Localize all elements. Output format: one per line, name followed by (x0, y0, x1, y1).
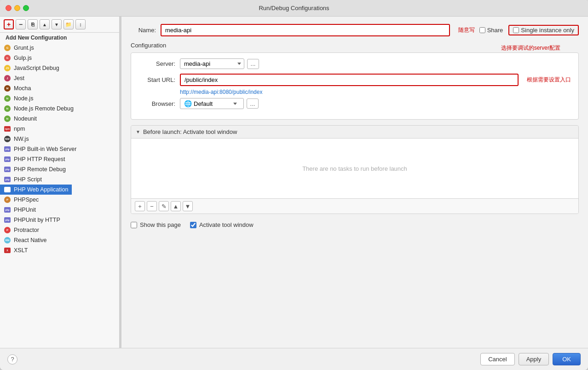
nwjs-icon: NW (4, 135, 11, 143)
config-item-npm[interactable]: npmnpm (0, 124, 119, 134)
url-annotation: 根据需要设置入口 (527, 76, 571, 84)
before-launch-edit-button[interactable]: ✎ (159, 201, 169, 211)
phpspec-label: PHPSpec (14, 197, 39, 203)
server-select[interactable]: media-api (180, 58, 244, 69)
gruntjs-label: Grunt.js (14, 45, 34, 51)
ok-button[interactable]: OK (553, 353, 581, 365)
php-http-request-label: PHP HTTP Request (14, 156, 65, 162)
close-button[interactable] (6, 5, 12, 11)
mocha-label: Mocha (14, 85, 31, 92)
move-up-button[interactable]: ▲ (40, 19, 50, 29)
server-annotation: 选择要调试的server配置 (501, 44, 560, 52)
url-resolved[interactable]: http://media-api:8080/public/index (180, 89, 571, 95)
gulpjs-icon: G (4, 54, 11, 62)
main-content: 点击此处 + − ⎘ ▲ ▼ 📁 ↕ Add New Configuration… (0, 17, 588, 348)
chevron-down-icon: ▼ (136, 129, 140, 134)
sort-button[interactable]: ↕ (75, 19, 86, 29)
config-item-gulpjs[interactable]: GGulp.js (0, 53, 119, 63)
before-launch-down-button[interactable]: ▼ (183, 201, 193, 211)
before-launch-remove-button[interactable]: − (147, 201, 157, 211)
no-tasks-text: There are no tasks to run before launch (302, 165, 407, 172)
config-item-gruntjs[interactable]: GGrunt.js (0, 43, 119, 53)
protractor-label: Protractor (14, 227, 39, 233)
show-page-checkbox[interactable] (131, 222, 137, 228)
xslt-icon: X (4, 247, 11, 254)
config-item-php-remote-debug[interactable]: phpPHP Remote Debug (0, 164, 119, 174)
nodejs-label: Node.js (14, 95, 33, 102)
config-item-javascript-debug[interactable]: JSJavaScript Debug (0, 63, 119, 73)
add-menu-header: Add New Configuration (0, 33, 119, 42)
configuration-section: Configuration 选择要调试的server配置 Server: med… (131, 42, 579, 120)
server-dots-button[interactable]: ... (247, 59, 259, 69)
cancel-button[interactable]: Cancel (480, 353, 514, 365)
share-checkbox[interactable] (479, 27, 485, 33)
minimize-button[interactable] (14, 5, 20, 11)
share-checkbox-label[interactable]: Share (479, 27, 503, 34)
dialog-footer: ? Cancel Apply OK (0, 348, 588, 370)
jest-label: Jest (14, 75, 24, 81)
server-row: Server: media-api ... (138, 58, 571, 69)
browser-select[interactable]: Default (194, 100, 240, 107)
show-page-checkbox-label[interactable]: Show this page (131, 221, 181, 228)
before-launch-header[interactable]: ▼ Before launch: Activate tool window (131, 126, 578, 139)
protractor-icon: P (4, 226, 11, 234)
config-item-phpspec[interactable]: PPHPSpec (0, 195, 119, 205)
config-item-protractor[interactable]: PProtractor (0, 225, 119, 235)
remove-config-button[interactable]: − (16, 19, 26, 29)
maximize-button[interactable] (23, 5, 29, 11)
browser-row: Browser: 🌐 Default ... (138, 98, 571, 109)
before-launch-up-button[interactable]: ▲ (171, 201, 181, 211)
config-item-php-script[interactable]: phpPHP Script (0, 174, 119, 185)
config-section: Server: media-api ... Start URL: (131, 52, 579, 120)
apply-button[interactable]: Apply (519, 353, 549, 365)
start-url-label: Start URL: (138, 76, 175, 83)
nodeunit-icon: N (4, 115, 11, 122)
before-launch-add-button[interactable]: + (135, 201, 145, 211)
name-input[interactable] (161, 24, 450, 36)
config-item-xslt[interactable]: XXSLT (0, 245, 119, 255)
config-section-wrapper: 选择要调试的server配置 Server: media-api ... (131, 52, 579, 120)
jest-icon: J (4, 75, 11, 82)
bottom-checkboxes: Show this page Activate tool window (131, 220, 579, 230)
activate-window-label: Activate tool window (199, 221, 254, 228)
browser-chrome-icon: 🌐 (184, 100, 192, 107)
single-instance-checkbox-label[interactable]: Single instance only (508, 25, 579, 35)
config-item-php-web-app[interactable]: phpPHP Web Application (0, 185, 72, 195)
config-list[interactable]: GGrunt.jsGGulp.jsJSJavaScript DebugJJest… (0, 42, 119, 348)
folder-button[interactable]: 📁 (63, 19, 74, 29)
browser-dots-button[interactable]: ... (247, 98, 259, 109)
gulpjs-label: Gulp.js (14, 55, 32, 61)
single-instance-checkbox[interactable] (513, 27, 519, 33)
config-item-nodeunit[interactable]: NNodeunit (0, 114, 119, 124)
copy-config-button[interactable]: ⎘ (28, 19, 38, 29)
config-item-phpunit[interactable]: phpPHPUnit (0, 205, 119, 215)
config-item-react-native[interactable]: RNReact Native (0, 235, 119, 245)
left-panel: 点击此处 + − ⎘ ▲ ▼ 📁 ↕ Add New Configuration… (0, 17, 120, 348)
activate-window-checkbox-label[interactable]: Activate tool window (190, 221, 254, 228)
php-script-icon: php (4, 176, 11, 183)
start-url-input[interactable] (180, 74, 519, 86)
php-builtin-web-label: PHP Built-in Web Server (14, 146, 76, 152)
phpunit-icon: php (4, 206, 11, 214)
server-select-wrapper: media-api ... (180, 58, 259, 69)
config-item-php-builtin-web[interactable]: phpPHP Built-in Web Server (0, 144, 119, 154)
npm-icon: npm (4, 125, 11, 133)
config-item-mocha[interactable]: MMocha (0, 83, 119, 93)
move-down-button[interactable]: ▼ (52, 19, 62, 29)
phpunit-http-label: PHPUnit by HTTP (14, 217, 60, 223)
start-url-row: Start URL: 根据需要设置入口 (138, 74, 571, 86)
config-item-jest[interactable]: JJest (0, 73, 119, 83)
config-item-php-http-request[interactable]: phpPHP HTTP Request (0, 154, 119, 164)
nodeunit-label: Nodeunit (14, 116, 37, 122)
show-page-label: Show this page (140, 221, 181, 228)
config-item-nodejs[interactable]: NNode.js (0, 93, 119, 104)
npm-label: npm (14, 126, 25, 132)
activate-window-checkbox[interactable] (190, 222, 196, 228)
traffic-lights (6, 5, 29, 11)
add-config-button[interactable]: + (4, 19, 14, 29)
php-builtin-web-icon: php (4, 145, 11, 153)
config-item-nodejs-remote[interactable]: NNode.js Remote Debug (0, 104, 119, 114)
config-item-nwjs[interactable]: NWNW.js (0, 134, 119, 144)
help-button[interactable]: ? (7, 354, 17, 364)
config-item-phpunit-http[interactable]: phpPHPUnit by HTTP (0, 215, 119, 225)
